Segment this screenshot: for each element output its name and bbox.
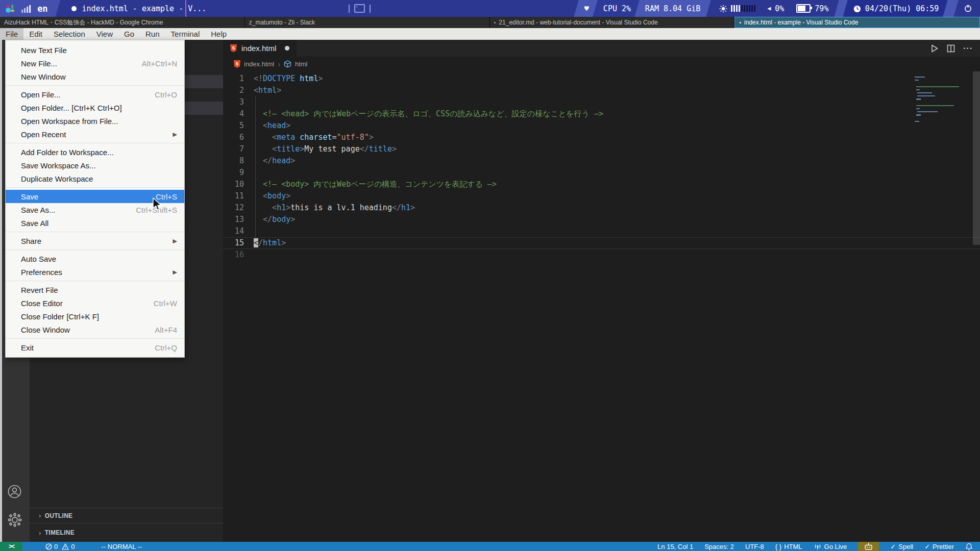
broadcast-icon xyxy=(814,542,822,550)
slack-app-icon[interactable] xyxy=(5,3,16,14)
menubar-item-go[interactable]: Go xyxy=(118,28,140,40)
menu-item-auto-save[interactable]: Auto Save xyxy=(6,252,184,265)
menu-item-share[interactable]: Share▶ xyxy=(6,234,184,247)
taskbar-window-21-editor-md-web-t[interactable]: •21_editor.md - web-tutorial-document - … xyxy=(490,17,735,28)
window-title: AizuHack HTML・CSS勉強会 - HackMD - Google C… xyxy=(4,18,163,27)
more-actions-button[interactable]: ··· xyxy=(963,44,973,53)
menu-item-label: Exit xyxy=(21,343,155,352)
line-number: 4 xyxy=(223,108,244,120)
menu-item-label: Open Recent xyxy=(21,130,173,139)
menu-item-revert-file[interactable]: Revert File xyxy=(6,283,184,296)
minimap[interactable] xyxy=(915,77,961,209)
code-line-16: 16 xyxy=(223,249,980,261)
modified-dot-icon xyxy=(71,6,77,11)
menu-item-save-workspace-as[interactable]: Save Workspace As... xyxy=(6,159,184,172)
menu-item-open-workspace-from-file[interactable]: Open Workspace from File... xyxy=(6,114,184,128)
menu-item-open-file[interactable]: Open File...Ctrl+O xyxy=(6,88,184,101)
menubar-item-terminal[interactable]: Terminal xyxy=(165,28,206,40)
explorer-row[interactable] xyxy=(185,75,223,88)
minimap-line xyxy=(916,89,920,90)
split-editor-button[interactable] xyxy=(947,44,955,53)
menu-item-duplicate-workspace[interactable]: Duplicate Workspace xyxy=(6,172,184,185)
battery-level: 79% xyxy=(815,4,828,13)
cursor-position[interactable]: Ln 15, Col 1 xyxy=(657,543,693,550)
breadcrumb-separator: › xyxy=(278,60,280,68)
run-button[interactable] xyxy=(930,44,939,53)
menu-item-close-editor[interactable]: Close EditorCtrl+W xyxy=(6,296,184,310)
indentation-status[interactable]: Spaces: 2 xyxy=(704,543,734,550)
line-content: <head> xyxy=(254,120,290,132)
menu-item-label: Open Folder... [Ctrl+K Ctrl+O] xyxy=(21,104,177,112)
menu-item-open-folder-ctrl-k-ctrl-o[interactable]: Open Folder... [Ctrl+K Ctrl+O] xyxy=(6,101,184,114)
menu-item-label: Share xyxy=(21,237,173,245)
modified-dot-icon: • xyxy=(494,19,496,26)
breadcrumb-symbol[interactable]: html xyxy=(295,60,308,68)
outline-section-header[interactable]: › OUTLINE xyxy=(30,508,223,523)
line-number: 9 xyxy=(223,167,244,179)
line-number: 8 xyxy=(223,155,244,167)
keyboard-layout-indicator[interactable]: en xyxy=(37,4,47,14)
timeline-section-header[interactable]: › TIMELINE xyxy=(30,523,223,542)
language-mode[interactable]: { } HTML xyxy=(775,543,802,550)
prettier-status[interactable]: ✓ Prettier xyxy=(924,543,954,550)
minimap-line xyxy=(915,77,925,78)
tab-index-html[interactable]: 5 index.html xyxy=(223,40,297,57)
menu-item-new-text-file[interactable]: New Text File xyxy=(6,43,184,57)
accounts-icon[interactable] xyxy=(8,485,21,498)
taskbar-window-z-matumoto-zli-s[interactable]: z_matumoto - Zli - Slack xyxy=(245,17,490,28)
problems-status[interactable]: 0 0 xyxy=(45,543,75,550)
menu-item-label: Close Editor xyxy=(21,299,154,308)
menu-item-exit[interactable]: ExitCtrl+Q xyxy=(6,341,184,354)
line-number: 12 xyxy=(223,202,244,214)
code-editor[interactable]: 1<!DOCTYPE html>2<html>34 <!— <head> 内では… xyxy=(223,71,980,543)
editor-scrollbar[interactable] xyxy=(973,71,980,245)
menubar-item-selection[interactable]: Selection xyxy=(48,28,91,40)
menu-item-close-window[interactable]: Close WindowAlt+F4 xyxy=(6,323,184,336)
menubar-item-view[interactable]: View xyxy=(91,28,118,40)
notifications-bell-icon[interactable] xyxy=(965,543,973,550)
menubar-item-help[interactable]: Help xyxy=(205,28,232,40)
power-icon[interactable] xyxy=(964,5,972,12)
volume-level: 0% xyxy=(775,4,784,13)
menubar-item-file[interactable]: File xyxy=(0,28,23,40)
menu-item-save-all[interactable]: Save All xyxy=(6,216,184,230)
menu-item-label: Auto Save xyxy=(21,255,177,263)
minimap-line xyxy=(917,92,932,93)
taskbar-window-aizuhack-html-css[interactable]: AizuHack HTML・CSS勉強会 - HackMD - Google C… xyxy=(0,17,245,28)
menubar-item-edit[interactable]: Edit xyxy=(23,28,48,40)
submenu-arrow-icon: ▶ xyxy=(173,131,177,138)
terminal-tray-icon[interactable]: >_ xyxy=(354,4,365,13)
robot-extension-button[interactable] xyxy=(858,542,879,551)
network-signal-icon[interactable] xyxy=(21,5,32,13)
brightness-meter[interactable] xyxy=(731,5,755,12)
explorer-row-selected[interactable] xyxy=(185,102,223,115)
breadcrumb-file[interactable]: index.html xyxy=(244,60,274,68)
menu-separator xyxy=(6,232,184,232)
volume-muted-icon[interactable]: ◀ xyxy=(768,5,771,12)
menu-item-new-file[interactable]: New File...Alt+Ctrl+N xyxy=(6,57,184,70)
vim-mode-indicator[interactable]: -- NORMAL -- xyxy=(101,543,142,550)
menu-item-close-folder-ctrl-k-f[interactable]: Close Folder [Ctrl+K F] xyxy=(6,310,184,323)
line-number: 5 xyxy=(223,120,244,132)
code-line-9: 9 xyxy=(223,167,980,179)
settings-gear-icon[interactable] xyxy=(8,513,22,527)
clock-segment: 04/20(Thu) 06:59 xyxy=(843,0,950,17)
taskbar-window-index-html-example[interactable]: •index.html - example - Visual Studio Co… xyxy=(734,17,980,28)
menubar-item-run[interactable]: Run xyxy=(140,28,165,40)
menu-item-add-folder-to-workspace[interactable]: Add Folder to Workspace... xyxy=(6,145,184,159)
menu-item-open-recent[interactable]: Open Recent▶ xyxy=(6,128,184,141)
menu-separator xyxy=(6,85,184,86)
remote-indicator[interactable]: >< xyxy=(0,542,22,551)
go-live-button[interactable]: Go Live xyxy=(814,542,847,550)
spell-checker-status[interactable]: ✓ Spell xyxy=(890,543,913,550)
clock[interactable]: 04/20(Thu) 06:59 xyxy=(865,4,939,13)
robot-icon xyxy=(864,543,873,550)
unsaved-dot-icon[interactable] xyxy=(285,46,289,51)
encoding-status[interactable]: UTF-8 xyxy=(745,543,764,550)
line-number: 6 xyxy=(223,132,244,143)
modified-dot-icon: • xyxy=(739,19,741,26)
line-number: 11 xyxy=(223,190,244,202)
menu-item-new-window[interactable]: New Window xyxy=(6,70,184,83)
menu-item-preferences[interactable]: Preferences▶ xyxy=(6,265,184,279)
minimap-line xyxy=(915,121,919,122)
